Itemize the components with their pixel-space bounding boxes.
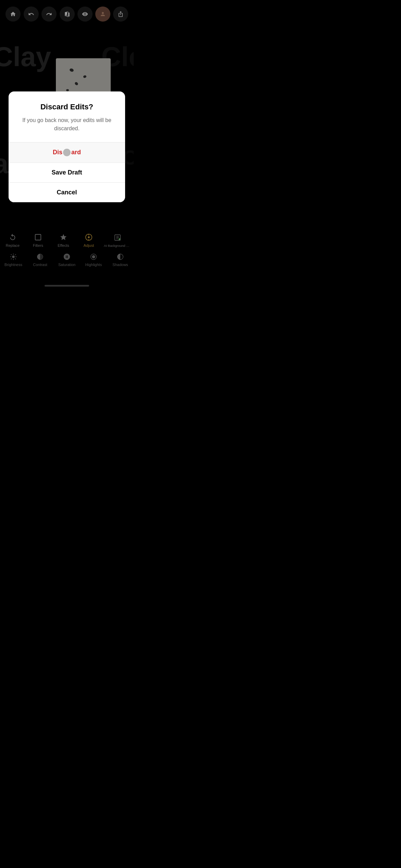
save-draft-button[interactable]: Save Draft	[9, 163, 125, 182]
modal-body: Discard Edits? If you go back now, your …	[9, 92, 125, 142]
cancel-button[interactable]: Cancel	[9, 183, 125, 202]
discard-button[interactable]: Disard	[9, 143, 125, 162]
screen: Clay Cle ay C	[0, 0, 134, 289]
discard-edits-modal: Discard Edits? If you go back now, your …	[9, 92, 125, 202]
discard-label-text-2: ard	[71, 149, 81, 156]
modal-title: Discard Edits?	[17, 103, 117, 111]
modal-message: If you go back now, your edits will be d…	[17, 116, 117, 133]
cursor-indicator	[63, 149, 71, 156]
discard-label-text: Dis	[53, 149, 62, 156]
